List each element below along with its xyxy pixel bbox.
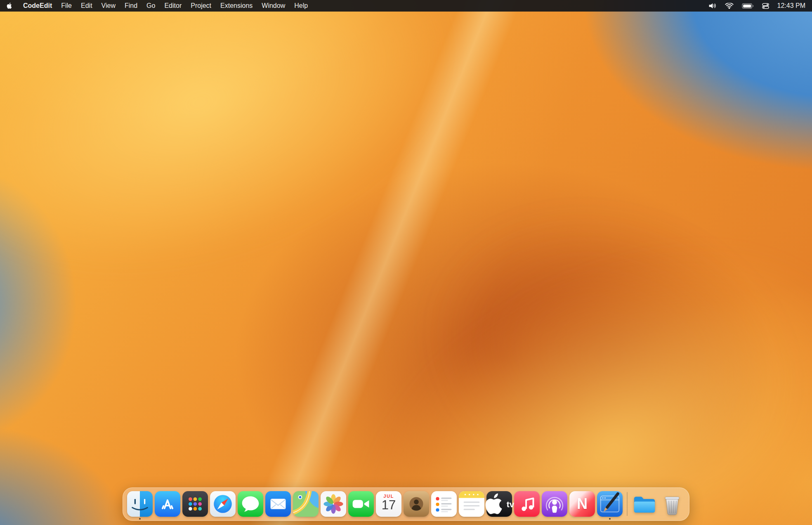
app-menu-codeedit[interactable]: CodeEdit	[19, 0, 57, 12]
dock-separator	[627, 492, 628, 516]
menu-window[interactable]: Window	[257, 0, 290, 12]
menu-bar-status: 12:43 PM	[704, 0, 812, 12]
desktop-wallpaper	[0, 0, 812, 525]
dock-messages-icon[interactable]	[238, 491, 263, 517]
dock-maps-icon[interactable]	[293, 491, 319, 517]
dock-podcasts-icon[interactable]	[542, 491, 567, 517]
menu-find[interactable]: Find	[120, 0, 142, 12]
dock-photos-icon[interactable]	[321, 491, 346, 517]
dock-tv-icon[interactable]: tv	[486, 491, 512, 517]
dock-safari-icon[interactable]	[210, 491, 236, 517]
dock-news-icon[interactable]: N	[569, 491, 595, 517]
dock-notes-icon[interactable]	[459, 491, 484, 517]
dock-music-icon[interactable]	[514, 491, 540, 517]
menu-go[interactable]: Go	[142, 0, 160, 12]
battery-icon[interactable]	[738, 0, 758, 12]
dock-mail-icon[interactable]	[265, 491, 291, 517]
dock-trash-icon[interactable]	[659, 491, 685, 517]
dock-facetime-icon[interactable]	[348, 491, 374, 517]
wallpaper-petal	[0, 0, 588, 396]
menu-bar-left: CodeEdit File Edit View Find Go Editor P…	[0, 0, 312, 12]
dock-contacts-icon[interactable]	[404, 491, 429, 517]
menu-editor[interactable]: Editor	[160, 0, 186, 12]
menu-view[interactable]: View	[97, 0, 120, 12]
menu-file[interactable]: File	[57, 0, 76, 12]
tv-label: tv	[507, 500, 515, 508]
menu-edit[interactable]: Edit	[76, 0, 97, 12]
running-indicator	[609, 518, 611, 520]
dock-launchpad-icon[interactable]	[182, 491, 208, 517]
menu-bar-clock[interactable]: 12:43 PM	[773, 0, 812, 12]
calendar-day-label: 17	[382, 499, 396, 512]
dock-codeedit-icon[interactable]	[597, 491, 623, 517]
news-letter: N	[577, 497, 588, 511]
dock-reminders-icon[interactable]	[431, 491, 457, 517]
menu-help[interactable]: Help	[290, 0, 312, 12]
wifi-icon[interactable]	[721, 0, 738, 12]
apple-menu-icon[interactable]	[0, 0, 19, 12]
dock-calendar-icon[interactable]: JUL 17	[376, 491, 401, 517]
wallpaper-petal	[204, 90, 812, 525]
dock: JUL 17	[123, 487, 689, 521]
menu-extensions[interactable]: Extensions	[216, 0, 257, 12]
volume-icon[interactable]	[704, 0, 721, 12]
dock-folder-icon[interactable]	[632, 491, 657, 517]
dock-finder-icon[interactable]	[127, 491, 153, 517]
wallpaper-petal	[311, 99, 812, 525]
dock-app-store-icon[interactable]	[155, 491, 180, 517]
menu-bar: CodeEdit File Edit View Find Go Editor P…	[0, 0, 812, 12]
wallpaper-petal-edge	[0, 0, 812, 525]
control-center-icon[interactable]	[758, 0, 773, 12]
apple-logo-glyph	[484, 491, 506, 517]
menu-project[interactable]: Project	[186, 0, 216, 12]
running-indicator	[139, 518, 141, 520]
